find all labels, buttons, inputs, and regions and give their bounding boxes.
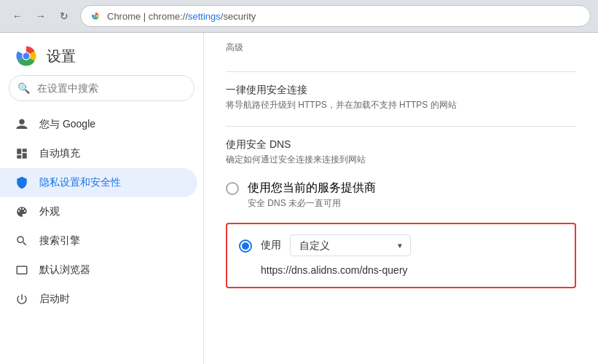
search-input[interactable] bbox=[9, 75, 194, 101]
dns-radio-current[interactable] bbox=[226, 182, 239, 195]
person-icon bbox=[15, 117, 29, 132]
divider-2 bbox=[226, 126, 576, 127]
dns-title: 使用安全 DNS bbox=[226, 138, 576, 151]
sidebar-item-browser-label: 默认浏览器 bbox=[39, 264, 90, 277]
back-button[interactable]: ← bbox=[7, 6, 28, 26]
dns-url-value: https://dns.alidns.com/dns-query bbox=[261, 264, 408, 276]
sidebar-item-appearance[interactable]: 外观 bbox=[0, 197, 197, 226]
dns-custom-box: 使用 自定义 Google (公共 DNS) Cloudflare https:… bbox=[226, 223, 576, 288]
search-icon: 🔍 bbox=[17, 82, 30, 94]
dns-options: 使用您当前的服务提供商 安全 DNS 未必一直可用 使用 自定义 bbox=[226, 178, 576, 288]
nav-buttons: ← → ↻ bbox=[7, 6, 74, 26]
sidebar: 设置 🔍 您与 Google 自动填充 bbox=[0, 33, 204, 364]
dns-option-current: 使用您当前的服务提供商 安全 DNS 未必一直可用 bbox=[226, 178, 576, 213]
shield-icon bbox=[15, 175, 29, 190]
browser-icon bbox=[15, 263, 29, 277]
dns-custom-row: 使用 自定义 Google (公共 DNS) Cloudflare bbox=[239, 234, 563, 256]
svg-point-2 bbox=[94, 15, 97, 17]
dns-section: 使用安全 DNS 确定如何通过安全连接来连接到网站 使用您当前的服务提供商 安全… bbox=[226, 138, 576, 288]
startup-icon bbox=[15, 292, 29, 306]
search-engine-icon bbox=[15, 234, 29, 248]
sidebar-item-autofill[interactable]: 自动填充 bbox=[0, 139, 197, 168]
forward-button[interactable]: → bbox=[31, 6, 51, 26]
https-setting: 一律使用安全连接 将导航路径升级到 HTTPS，并在加载不支持 HTTPS 的网… bbox=[226, 84, 576, 111]
sidebar-item-autofill-label: 自动填充 bbox=[39, 147, 80, 160]
sidebar-item-appearance-label: 外观 bbox=[39, 205, 60, 218]
dns-url-row: https://dns.alidns.com/dns-query bbox=[239, 264, 563, 277]
section-advanced-label: 高级 bbox=[226, 33, 576, 60]
browser-toolbar: ← → ↻ Chrome | chrome://settings/securit… bbox=[0, 0, 598, 33]
palette-icon bbox=[15, 205, 29, 219]
refresh-button[interactable]: ↻ bbox=[54, 6, 74, 26]
dns-option-current-text: 使用您当前的服务提供商 安全 DNS 未必一直可用 bbox=[248, 181, 376, 210]
https-desc: 将导航路径升级到 HTTPS，并在加载不支持 HTTPS 的网站 bbox=[226, 98, 554, 111]
address-bar[interactable]: Chrome | chrome://settings/security bbox=[80, 5, 591, 27]
sidebar-item-browser[interactable]: 默认浏览器 bbox=[0, 256, 197, 285]
sidebar-item-privacy-label: 隐私设置和安全性 bbox=[39, 176, 121, 189]
dns-option-current-sub: 安全 DNS 未必一直可用 bbox=[248, 197, 376, 210]
autofill-icon bbox=[15, 146, 29, 161]
dns-option-current-label: 使用您当前的服务提供商 bbox=[248, 181, 376, 196]
content-area: 高级 一律使用安全连接 将导航路径升级到 HTTPS，并在加载不支持 HTTPS… bbox=[204, 33, 598, 364]
sidebar-header: 设置 bbox=[0, 33, 203, 75]
sidebar-item-google-label: 您与 Google bbox=[39, 118, 95, 131]
settings-title: 设置 bbox=[47, 47, 76, 66]
sidebar-item-privacy[interactable]: 隐私设置和安全性 bbox=[0, 168, 197, 197]
sidebar-item-google[interactable]: 您与 Google bbox=[0, 110, 197, 139]
dns-radio-custom[interactable] bbox=[239, 240, 252, 253]
dns-use-label: 使用 bbox=[261, 239, 281, 252]
sidebar-item-search[interactable]: 搜索引擎 bbox=[0, 226, 197, 256]
sidebar-item-startup[interactable]: 启动时 bbox=[0, 285, 197, 314]
dns-desc: 确定如何通过安全连接来连接到网站 bbox=[226, 153, 576, 166]
sidebar-item-search-label: 搜索引擎 bbox=[39, 234, 80, 248]
sidebar-item-startup-label: 启动时 bbox=[39, 293, 70, 306]
dns-custom-select-container: 自定义 Google (公共 DNS) Cloudflare bbox=[290, 234, 411, 256]
divider-1 bbox=[226, 71, 576, 72]
https-title: 一律使用安全连接 bbox=[226, 84, 576, 97]
dns-custom-select[interactable]: 自定义 Google (公共 DNS) Cloudflare bbox=[290, 234, 411, 256]
svg-point-5 bbox=[23, 53, 30, 60]
address-text: Chrome | chrome://settings/security bbox=[107, 11, 256, 22]
search-bar-container: 🔍 bbox=[9, 75, 194, 101]
sidebar-nav: 您与 Google 自动填充 隐私设置和安全性 外观 bbox=[0, 110, 203, 364]
chrome-logo-large-icon bbox=[15, 44, 38, 68]
chrome-logo-icon bbox=[90, 10, 101, 22]
